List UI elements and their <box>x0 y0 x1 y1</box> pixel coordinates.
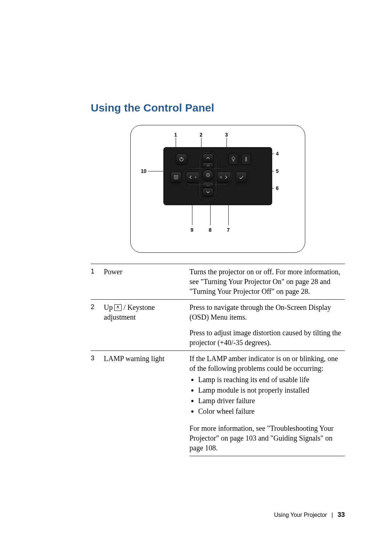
table-row-num: 2 <box>91 300 104 351</box>
confirm-button[interactable] <box>236 172 247 183</box>
table-row-num: 3 <box>91 351 104 456</box>
label-text: Up <box>104 303 114 311</box>
menu-button[interactable] <box>171 172 181 183</box>
callout-9: 9 <box>191 227 193 233</box>
list-item: Lamp is reaching its end of usable life <box>198 375 343 385</box>
chevron-right-icon <box>223 174 229 180</box>
footer-text: Using Your Projector <box>274 512 327 518</box>
table-row-desc: If the LAMP amber indicator is on or bli… <box>189 351 345 421</box>
table-row-desc: Press to adjust image distortion caused … <box>189 325 345 351</box>
list-item: Lamp driver failure <box>198 396 343 406</box>
chevron-left-icon <box>188 174 193 180</box>
chevron-up-icon <box>205 155 211 161</box>
callout-7: 7 <box>227 227 230 233</box>
bulb-icon <box>230 156 236 162</box>
problem-list: Lamp is reaching its end of usable life … <box>189 375 343 416</box>
list-item: Color wheel failure <box>198 406 343 416</box>
power-button[interactable] <box>176 154 187 165</box>
table-row-label: Up ∧ / Keystone adjustment <box>104 300 189 351</box>
left-button[interactable] <box>186 172 200 183</box>
keystone-bottom-indicator: ▭ <box>203 182 213 188</box>
callout-2: 2 <box>200 132 203 138</box>
return-icon <box>193 175 198 179</box>
svg-rect-2 <box>246 157 247 160</box>
footer-separator: | <box>331 512 333 518</box>
section-heading: Using the Control Panel <box>91 102 345 114</box>
page-number: 33 <box>338 511 345 518</box>
chevron-down-icon <box>205 189 211 195</box>
table-row-num: 1 <box>91 264 104 300</box>
callout-3: 3 <box>225 132 228 138</box>
callout-1: 1 <box>174 132 177 138</box>
callout-5: 5 <box>276 168 279 174</box>
down-button[interactable] <box>203 188 213 197</box>
check-icon <box>238 174 244 180</box>
table-row-label: LAMP warning light <box>104 351 189 456</box>
control-table: 1 Power Turns the projector on or off. F… <box>91 264 345 456</box>
callout-8: 8 <box>209 227 212 233</box>
desc-intro: If the LAMP amber indicator is on or bli… <box>189 355 338 372</box>
up-keystone-button[interactable] <box>203 154 213 162</box>
enter-icon <box>205 172 211 178</box>
list-item: Lamp module is not properly installed <box>198 385 343 395</box>
control-panel-diagram: 1 2 3 4 5 6 10 9 8 7 ▭ <box>130 125 305 253</box>
thermometer-icon <box>243 156 249 162</box>
table-row-label: Power <box>104 264 189 300</box>
enter-button[interactable] <box>203 170 213 181</box>
temp-warning-light <box>241 154 251 165</box>
callout-4: 4 <box>276 151 279 157</box>
up-arrow-box-icon: ∧ <box>114 304 122 311</box>
table-row-desc: For more information, see "Troubleshooti… <box>189 421 345 456</box>
table-row-desc: Press to navigate through the On-Screen … <box>189 300 345 325</box>
menu-icon <box>173 174 179 180</box>
control-panel: ▭ <box>163 147 272 205</box>
auto-adjust-icon <box>219 175 223 179</box>
svg-point-3 <box>245 160 247 161</box>
page-footer: Using Your Projector | 33 <box>274 511 345 519</box>
callout-6: 6 <box>276 185 279 191</box>
right-button[interactable] <box>217 172 231 183</box>
table-row-desc: Turns the projector on or off. For more … <box>189 264 345 300</box>
lamp-warning-light <box>229 154 238 165</box>
keystone-top-indicator: ▭ <box>203 162 213 168</box>
power-icon <box>179 156 184 162</box>
callout-10: 10 <box>141 168 147 174</box>
svg-point-11 <box>220 177 222 178</box>
